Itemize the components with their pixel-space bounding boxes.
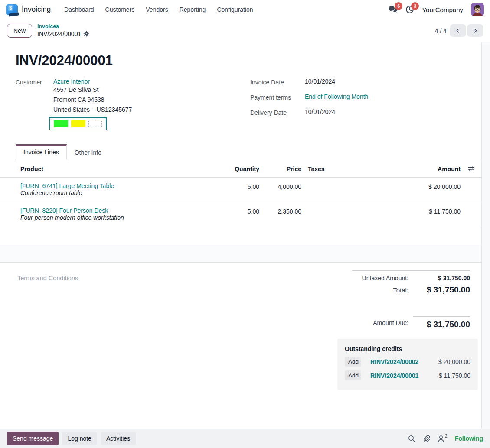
pager-previous-button[interactable] [450, 24, 466, 37]
total-label: Total: [352, 286, 413, 294]
line-quantity[interactable]: 5.00 [208, 207, 259, 215]
credit-amount: $ 20,000.00 [438, 358, 470, 365]
search-icon [408, 435, 415, 442]
credit-note-link[interactable]: RINV/2024/00002 [365, 358, 438, 365]
credit-note-link[interactable]: RINV/2024/00001 [365, 372, 439, 379]
amount-due-label: Amount Due: [352, 319, 413, 326]
pager: 4 / 4 [435, 24, 483, 37]
followers-count: 2 [445, 434, 448, 438]
product-description: Four person modern office workstation [20, 214, 124, 221]
customer-address-line1: 4557 De Silva St [53, 85, 132, 95]
totals-block: Untaxed Amount: $ 31,750.00 Total: $ 31,… [352, 270, 470, 295]
chatter-toolbar: Send message Log note Activities 2 Follo… [0, 429, 490, 448]
attach-files-button[interactable] [423, 435, 430, 442]
outstanding-credits-box: Outstanding credits Add RINV/2024/00002 … [337, 339, 478, 390]
invoice-title: INV/2024/00001 [16, 53, 466, 68]
tab-other-info[interactable]: Other Info [67, 144, 109, 160]
log-note-button[interactable]: Log note [62, 432, 97, 445]
menu-vendors[interactable]: Vendors [140, 3, 173, 16]
amount-due-block: Amount Due: $ 31,750.00 [352, 316, 470, 329]
delivery-date-value[interactable]: 10/01/2024 [305, 108, 335, 116]
app-name: Invoicing [22, 5, 51, 14]
add-credit-button[interactable]: Add [345, 357, 361, 367]
activities-schedule-button[interactable]: Activities [101, 432, 136, 445]
messages-button[interactable]: 6 [388, 5, 398, 14]
invoice-date-value[interactable]: 10/01/2024 [305, 78, 335, 86]
untaxed-amount-label: Untaxed Amount: [352, 275, 413, 282]
line-amount: $ 11,750.00 [364, 207, 461, 215]
menu-dashboard[interactable]: Dashboard [59, 3, 100, 16]
chevron-left-icon [455, 28, 461, 33]
tab-invoice-lines[interactable]: Invoice Lines [16, 144, 67, 160]
line-taxes[interactable] [301, 207, 364, 208]
column-header-quantity: Quantity [208, 166, 259, 172]
form-view: INV/2024/00001 Customer Azure Interior 4… [0, 42, 490, 429]
tag-yellow[interactable] [71, 120, 85, 127]
column-header-product: Product [0, 166, 208, 172]
tag-empty-placeholder[interactable] [88, 121, 102, 127]
column-header-taxes: Taxes [301, 166, 364, 172]
notebook-tabs: Invoice Lines Other Info [0, 144, 481, 160]
breadcrumb: Invoices INV/2024/00001 [37, 23, 89, 38]
lines-footer-row [0, 245, 481, 263]
line-quantity[interactable]: 5.00 [208, 182, 259, 190]
activities-button[interactable]: 3 [405, 5, 414, 14]
control-panel: New Invoices INV/2024/00001 4 / 4 [0, 19, 490, 42]
line-amount: $ 20,000.00 [364, 182, 461, 190]
product-link[interactable]: [FURN_8220] Four Person Desk [20, 207, 208, 214]
total-value: $ 31,750.00 [413, 285, 470, 295]
customer-link[interactable]: Azure Interior [53, 78, 90, 85]
paperclip-icon [423, 435, 430, 442]
top-navbar: $ Invoicing Dashboard Customers Vendors … [0, 0, 490, 19]
main-menu: Dashboard Customers Vendors Reporting Co… [59, 3, 259, 16]
optional-columns-icon[interactable] [461, 166, 481, 172]
lines-table-header: Product Quantity Price Taxes Amount [0, 160, 481, 178]
messages-badge: 6 [395, 2, 402, 10]
outstanding-credits-title: Outstanding credits [345, 345, 470, 352]
tag-green[interactable] [54, 120, 68, 127]
add-credit-button[interactable]: Add [345, 370, 361, 380]
breadcrumb-invoices-link[interactable]: Invoices [37, 23, 89, 30]
outstanding-credit-row: Add RINV/2024/00002 $ 20,000.00 [345, 357, 470, 367]
chevron-right-icon [473, 28, 478, 33]
gear-icon[interactable] [83, 31, 89, 37]
user-avatar[interactable] [471, 3, 484, 16]
invoicing-app-icon: $ [6, 4, 18, 15]
activities-badge: 3 [411, 2, 419, 10]
menu-configuration[interactable]: Configuration [211, 3, 258, 16]
customer-label: Customer [16, 78, 53, 130]
new-button[interactable]: New [7, 24, 32, 38]
menu-customers[interactable]: Customers [100, 3, 140, 16]
company-switcher[interactable]: YourCompany [422, 6, 463, 13]
line-price[interactable]: 4,000.00 [259, 182, 301, 190]
amount-due-value: $ 31,750.00 [413, 316, 470, 329]
pager-count: 4 / 4 [435, 27, 447, 34]
payment-terms-value[interactable]: End of Following Month [305, 93, 368, 101]
customer-address-line3: United States – US12345677 [53, 105, 132, 115]
pager-next-button[interactable] [467, 24, 483, 37]
menu-reporting[interactable]: Reporting [174, 3, 212, 16]
empty-line-row [0, 227, 481, 245]
terms-and-conditions-field[interactable]: Terms and Conditions [17, 270, 78, 329]
following-toggle[interactable]: Following [455, 435, 483, 442]
customer-address-line2: Fremont CA 94538 [53, 95, 132, 105]
delivery-date-label: Delivery Date [250, 108, 305, 116]
app-brand[interactable]: $ Invoicing [6, 4, 51, 15]
product-link[interactable]: [FURN_6741] Large Meeting Table [20, 182, 208, 189]
line-taxes[interactable] [301, 182, 364, 183]
payment-terms-label: Payment terms [250, 93, 305, 101]
breadcrumb-current-record: INV/2024/00001 [37, 30, 81, 38]
untaxed-amount-value: $ 31,750.00 [413, 275, 470, 282]
sheet-gutter [481, 42, 490, 429]
send-message-button[interactable]: Send message [7, 432, 59, 445]
invoice-line-row: [FURN_8220] Four Person Desk Four person… [0, 202, 481, 227]
credit-amount: $ 11,750.00 [439, 372, 470, 379]
column-header-price: Price [259, 166, 301, 172]
search-messages-button[interactable] [408, 435, 415, 442]
invoice-line-row: [FURN_6741] Large Meeting Table Conferen… [0, 178, 481, 202]
person-icon [438, 435, 444, 442]
customer-tags-field[interactable] [49, 117, 107, 130]
followers-button[interactable]: 2 [438, 435, 448, 442]
column-header-amount: Amount [364, 166, 461, 172]
line-price[interactable]: 2,350.00 [259, 207, 301, 215]
